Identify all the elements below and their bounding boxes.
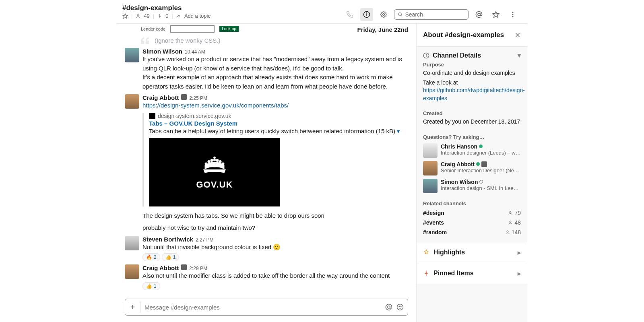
reaction[interactable]: 👍1 [162,253,180,261]
related-channel[interactable]: #design79 [423,210,521,216]
mention-icon[interactable] [385,303,392,311]
message-text: The design system has tabs. So we might … [142,211,408,221]
avatar[interactable] [125,264,139,279]
search-icon [398,12,402,17]
created-text: Created by you on December 13, 2017 [423,118,521,126]
pin-count[interactable]: 0 [165,13,168,19]
message: Simon Wilson10:44 AM If you've worked on… [125,48,408,91]
message-text: probably not wise to try and maintain tw… [142,223,408,233]
chevron-right-icon: ▸ [518,249,521,256]
add-topic-button[interactable]: Add a topic [184,13,211,19]
message: Craig Abbott 2:29 PM Also not until the … [125,264,408,290]
related-label: Related channels [423,200,521,206]
composer-input[interactable] [144,304,381,311]
status-emoji [481,161,487,167]
author-name[interactable]: Steven Borthwick [142,236,193,243]
close-icon[interactable] [514,32,521,38]
channel-header: #design-examples | 49 | 0 | Add a topic [117,0,527,24]
attach-icon[interactable]: + [129,301,140,313]
person-icon [508,220,513,225]
svg-point-8 [478,13,480,16]
timestamp[interactable]: 10:44 AM [185,49,205,55]
avatar [423,161,438,175]
crown-icon [200,154,229,176]
reaction[interactable]: 👍1 [142,282,160,290]
suggested-person[interactable]: Chris HansonInteraction designer (Leeds)… [423,143,521,158]
presence-away-icon [479,180,483,184]
expand-icon[interactable]: ▾ [397,128,400,134]
message-pane: Lender code Look up Friday, June 22nd (I… [117,24,416,322]
timestamp[interactable]: 2:29 PM [189,266,207,271]
message: Steven Borthwick2:27 PM Not until that i… [125,236,408,262]
star-header-icon[interactable] [489,8,502,21]
settings-icon[interactable] [377,8,390,21]
link-unfurl: design-system.service.gov.uk Tabs – GOV.… [142,113,408,206]
reaction[interactable]: 🔥2 [142,253,160,261]
svg-point-22 [213,163,216,167]
svg-point-25 [399,306,400,307]
pinned-section[interactable]: Pinned Items ▸ [417,263,527,284]
svg-point-32 [510,211,511,213]
avatar[interactable] [125,48,139,62]
svg-line-7 [401,15,402,17]
presence-active-icon [476,162,480,166]
search-input[interactable] [405,11,465,18]
message-text: Also not until the modifier class is add… [142,271,408,281]
svg-point-33 [510,221,511,223]
info-icon [423,52,429,59]
person-icon [508,211,513,215]
chevron-down-icon[interactable]: ▾ [518,52,521,59]
svg-point-11 [512,14,514,15]
pin-icon[interactable] [157,14,162,19]
suggested-person[interactable]: Craig AbbottSenior Interaction Designer … [423,161,521,175]
person-icon [505,230,510,235]
pin-icon [423,270,429,277]
created-label: Created [423,110,521,116]
suggested-person[interactable]: Simon WilsonInteraction design - SMI. In… [423,179,521,193]
related-channel[interactable]: #events48 [423,219,521,226]
avatar [423,179,438,193]
quote-icon [141,37,150,44]
svg-point-24 [397,304,403,310]
author-name[interactable]: Simon Wilson [142,48,182,55]
svg-point-18 [211,159,213,162]
call-icon[interactable] [343,8,356,21]
members-icon[interactable] [136,14,140,19]
related-channel[interactable]: #random148 [423,229,521,235]
svg-point-4 [366,13,367,14]
presence-active-icon [479,144,483,148]
legacy-form-snippet: Lender code Look up [141,25,239,33]
svg-point-19 [216,159,219,162]
details-heading[interactable]: Channel Details [433,52,481,59]
svg-marker-0 [123,14,128,19]
purpose-link[interactable]: https://github.com/dwpdigitaltech/design… [423,87,525,101]
more-icon[interactable] [506,8,519,21]
star-icon[interactable] [122,13,128,19]
author-name[interactable]: Craig Abbott [142,264,179,271]
unfurl-title[interactable]: Tabs – GOV.UK Design System [149,120,408,127]
unfurl-image[interactable]: GOV.UK [149,138,280,206]
message-text: If you've worked on a product or service… [142,55,408,73]
mentions-icon[interactable] [473,8,485,21]
svg-point-10 [512,12,514,13]
timestamp[interactable]: 2:25 PM [189,95,207,101]
channel-name[interactable]: #design-examples [122,4,343,12]
highlights-icon [423,249,429,256]
status-emoji [181,264,187,270]
sidebar-title: About #design-examples [423,31,504,39]
highlights-section[interactable]: Highlights ▸ [417,242,527,263]
chevron-right-icon: ▸ [518,270,521,277]
message-composer[interactable]: + [125,299,408,316]
avatar[interactable] [125,236,139,250]
member-count[interactable]: 49 [144,13,149,19]
emoji-icon[interactable] [396,303,404,311]
avatar[interactable] [125,94,139,109]
timestamp[interactable]: 2:27 PM [196,237,214,243]
edit-icon [176,14,181,19]
info-icon[interactable] [360,8,373,21]
purpose-text: Co-ordinate and do design examples [423,69,521,77]
message-link[interactable]: https://design-system.service.gov.uk/com… [142,102,289,109]
search-box[interactable] [394,9,469,20]
author-name[interactable]: Craig Abbott [142,94,179,101]
svg-point-12 [512,16,514,17]
